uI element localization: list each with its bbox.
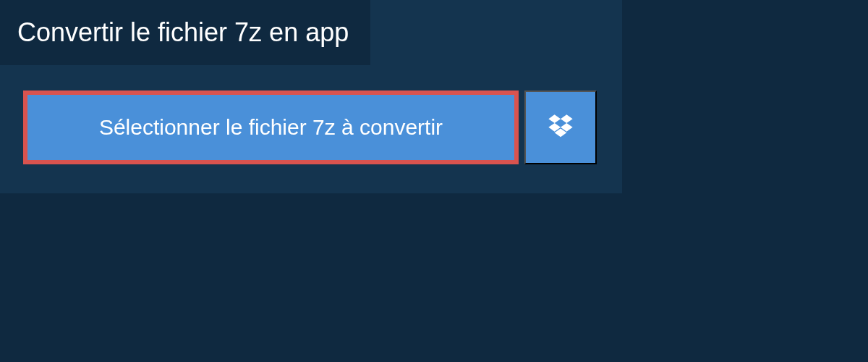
tab-header: Convertir le fichier 7z en app <box>0 0 370 65</box>
select-file-label: Sélectionner le fichier 7z à convertir <box>99 115 443 139</box>
page-title: Convertir le fichier 7z en app <box>17 17 349 48</box>
dropbox-icon <box>546 112 575 143</box>
button-row: Sélectionner le fichier 7z à convertir <box>0 65 622 164</box>
dropbox-button[interactable] <box>524 90 597 164</box>
select-file-button[interactable]: Sélectionner le fichier 7z à convertir <box>23 90 519 164</box>
converter-panel: Convertir le fichier 7z en app Sélection… <box>0 0 622 193</box>
